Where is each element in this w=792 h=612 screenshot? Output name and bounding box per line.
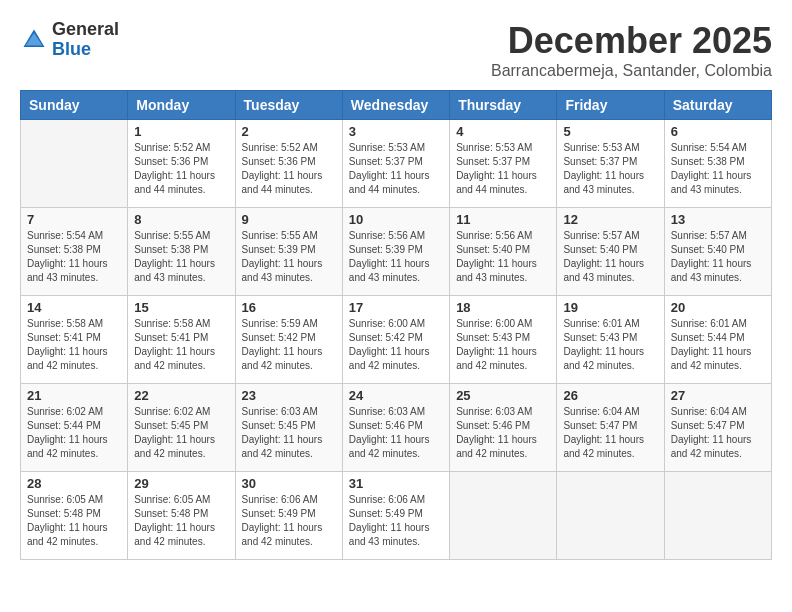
subtitle: Barrancabermeja, Santander, Colombia	[491, 62, 772, 80]
day-number: 8	[134, 212, 228, 227]
calendar-cell: 22Sunrise: 6:02 AM Sunset: 5:45 PM Dayli…	[128, 384, 235, 472]
day-number: 22	[134, 388, 228, 403]
day-info: Sunrise: 6:06 AM Sunset: 5:49 PM Dayligh…	[242, 493, 336, 549]
calendar-cell: 21Sunrise: 6:02 AM Sunset: 5:44 PM Dayli…	[21, 384, 128, 472]
day-number: 12	[563, 212, 657, 227]
day-number: 3	[349, 124, 443, 139]
day-number: 13	[671, 212, 765, 227]
logo-text: General Blue	[52, 20, 119, 60]
week-row-5: 28Sunrise: 6:05 AM Sunset: 5:48 PM Dayli…	[21, 472, 772, 560]
day-info: Sunrise: 5:55 AM Sunset: 5:38 PM Dayligh…	[134, 229, 228, 285]
day-number: 27	[671, 388, 765, 403]
day-number: 31	[349, 476, 443, 491]
calendar-header-sunday: Sunday	[21, 91, 128, 120]
day-info: Sunrise: 6:01 AM Sunset: 5:43 PM Dayligh…	[563, 317, 657, 373]
week-row-2: 7Sunrise: 5:54 AM Sunset: 5:38 PM Daylig…	[21, 208, 772, 296]
day-info: Sunrise: 6:06 AM Sunset: 5:49 PM Dayligh…	[349, 493, 443, 549]
day-number: 9	[242, 212, 336, 227]
day-number: 15	[134, 300, 228, 315]
day-info: Sunrise: 6:01 AM Sunset: 5:44 PM Dayligh…	[671, 317, 765, 373]
day-info: Sunrise: 5:56 AM Sunset: 5:39 PM Dayligh…	[349, 229, 443, 285]
calendar-cell: 3Sunrise: 5:53 AM Sunset: 5:37 PM Daylig…	[342, 120, 449, 208]
day-number: 19	[563, 300, 657, 315]
calendar-cell: 17Sunrise: 6:00 AM Sunset: 5:42 PM Dayli…	[342, 296, 449, 384]
day-number: 21	[27, 388, 121, 403]
calendar-cell: 11Sunrise: 5:56 AM Sunset: 5:40 PM Dayli…	[450, 208, 557, 296]
day-info: Sunrise: 6:04 AM Sunset: 5:47 PM Dayligh…	[563, 405, 657, 461]
day-info: Sunrise: 5:54 AM Sunset: 5:38 PM Dayligh…	[671, 141, 765, 197]
calendar-cell: 8Sunrise: 5:55 AM Sunset: 5:38 PM Daylig…	[128, 208, 235, 296]
day-number: 24	[349, 388, 443, 403]
day-number: 18	[456, 300, 550, 315]
calendar-cell: 25Sunrise: 6:03 AM Sunset: 5:46 PM Dayli…	[450, 384, 557, 472]
calendar-cell	[557, 472, 664, 560]
calendar-cell: 24Sunrise: 6:03 AM Sunset: 5:46 PM Dayli…	[342, 384, 449, 472]
day-number: 4	[456, 124, 550, 139]
day-info: Sunrise: 5:59 AM Sunset: 5:42 PM Dayligh…	[242, 317, 336, 373]
day-info: Sunrise: 5:52 AM Sunset: 5:36 PM Dayligh…	[242, 141, 336, 197]
calendar-cell: 15Sunrise: 5:58 AM Sunset: 5:41 PM Dayli…	[128, 296, 235, 384]
day-info: Sunrise: 6:03 AM Sunset: 5:46 PM Dayligh…	[349, 405, 443, 461]
day-number: 28	[27, 476, 121, 491]
day-info: Sunrise: 5:56 AM Sunset: 5:40 PM Dayligh…	[456, 229, 550, 285]
logo: General Blue	[20, 20, 119, 60]
week-row-4: 21Sunrise: 6:02 AM Sunset: 5:44 PM Dayli…	[21, 384, 772, 472]
calendar-cell: 12Sunrise: 5:57 AM Sunset: 5:40 PM Dayli…	[557, 208, 664, 296]
calendar-table: SundayMondayTuesdayWednesdayThursdayFrid…	[20, 90, 772, 560]
calendar-cell: 26Sunrise: 6:04 AM Sunset: 5:47 PM Dayli…	[557, 384, 664, 472]
page-header: General Blue December 2025 Barrancaberme…	[20, 20, 772, 80]
day-number: 26	[563, 388, 657, 403]
calendar-header-tuesday: Tuesday	[235, 91, 342, 120]
day-info: Sunrise: 6:04 AM Sunset: 5:47 PM Dayligh…	[671, 405, 765, 461]
day-info: Sunrise: 5:55 AM Sunset: 5:39 PM Dayligh…	[242, 229, 336, 285]
day-info: Sunrise: 6:00 AM Sunset: 5:42 PM Dayligh…	[349, 317, 443, 373]
week-row-3: 14Sunrise: 5:58 AM Sunset: 5:41 PM Dayli…	[21, 296, 772, 384]
day-info: Sunrise: 6:02 AM Sunset: 5:45 PM Dayligh…	[134, 405, 228, 461]
calendar-cell: 14Sunrise: 5:58 AM Sunset: 5:41 PM Dayli…	[21, 296, 128, 384]
calendar-header-thursday: Thursday	[450, 91, 557, 120]
calendar-cell: 31Sunrise: 6:06 AM Sunset: 5:49 PM Dayli…	[342, 472, 449, 560]
calendar-cell: 6Sunrise: 5:54 AM Sunset: 5:38 PM Daylig…	[664, 120, 771, 208]
calendar-cell: 13Sunrise: 5:57 AM Sunset: 5:40 PM Dayli…	[664, 208, 771, 296]
logo-general: General	[52, 19, 119, 39]
day-number: 2	[242, 124, 336, 139]
day-number: 10	[349, 212, 443, 227]
day-info: Sunrise: 6:05 AM Sunset: 5:48 PM Dayligh…	[27, 493, 121, 549]
calendar-header-saturday: Saturday	[664, 91, 771, 120]
day-info: Sunrise: 5:52 AM Sunset: 5:36 PM Dayligh…	[134, 141, 228, 197]
calendar-cell: 16Sunrise: 5:59 AM Sunset: 5:42 PM Dayli…	[235, 296, 342, 384]
calendar-cell: 9Sunrise: 5:55 AM Sunset: 5:39 PM Daylig…	[235, 208, 342, 296]
day-number: 30	[242, 476, 336, 491]
logo-blue: Blue	[52, 39, 91, 59]
title-block: December 2025 Barrancabermeja, Santander…	[491, 20, 772, 80]
calendar-cell: 1Sunrise: 5:52 AM Sunset: 5:36 PM Daylig…	[128, 120, 235, 208]
day-number: 17	[349, 300, 443, 315]
day-info: Sunrise: 5:53 AM Sunset: 5:37 PM Dayligh…	[456, 141, 550, 197]
day-number: 14	[27, 300, 121, 315]
day-info: Sunrise: 5:57 AM Sunset: 5:40 PM Dayligh…	[563, 229, 657, 285]
calendar-cell	[21, 120, 128, 208]
calendar-cell: 19Sunrise: 6:01 AM Sunset: 5:43 PM Dayli…	[557, 296, 664, 384]
calendar-cell: 23Sunrise: 6:03 AM Sunset: 5:45 PM Dayli…	[235, 384, 342, 472]
calendar-header-monday: Monday	[128, 91, 235, 120]
day-info: Sunrise: 5:54 AM Sunset: 5:38 PM Dayligh…	[27, 229, 121, 285]
day-number: 6	[671, 124, 765, 139]
day-number: 25	[456, 388, 550, 403]
calendar-cell: 29Sunrise: 6:05 AM Sunset: 5:48 PM Dayli…	[128, 472, 235, 560]
calendar-cell: 10Sunrise: 5:56 AM Sunset: 5:39 PM Dayli…	[342, 208, 449, 296]
calendar-header-wednesday: Wednesday	[342, 91, 449, 120]
day-info: Sunrise: 6:00 AM Sunset: 5:43 PM Dayligh…	[456, 317, 550, 373]
week-row-1: 1Sunrise: 5:52 AM Sunset: 5:36 PM Daylig…	[21, 120, 772, 208]
day-info: Sunrise: 6:03 AM Sunset: 5:45 PM Dayligh…	[242, 405, 336, 461]
calendar-cell: 27Sunrise: 6:04 AM Sunset: 5:47 PM Dayli…	[664, 384, 771, 472]
day-number: 20	[671, 300, 765, 315]
day-info: Sunrise: 5:58 AM Sunset: 5:41 PM Dayligh…	[27, 317, 121, 373]
calendar-cell: 20Sunrise: 6:01 AM Sunset: 5:44 PM Dayli…	[664, 296, 771, 384]
calendar-cell: 2Sunrise: 5:52 AM Sunset: 5:36 PM Daylig…	[235, 120, 342, 208]
day-number: 16	[242, 300, 336, 315]
calendar-cell: 4Sunrise: 5:53 AM Sunset: 5:37 PM Daylig…	[450, 120, 557, 208]
day-number: 5	[563, 124, 657, 139]
day-info: Sunrise: 5:53 AM Sunset: 5:37 PM Dayligh…	[349, 141, 443, 197]
day-number: 23	[242, 388, 336, 403]
day-info: Sunrise: 6:02 AM Sunset: 5:44 PM Dayligh…	[27, 405, 121, 461]
